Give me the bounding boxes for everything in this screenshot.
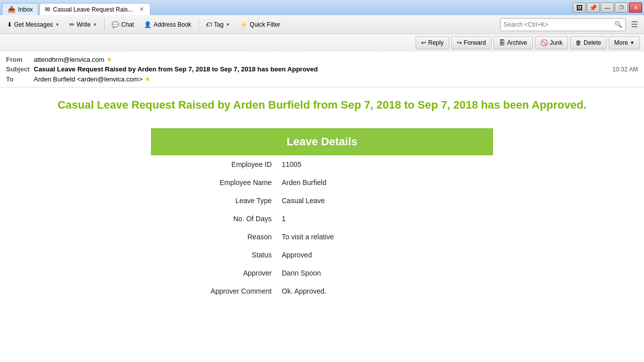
- to-star-icon: ★: [144, 75, 151, 83]
- archive-label: Archive: [507, 39, 527, 46]
- get-messages-label: Get Messages: [14, 21, 53, 28]
- leave-field-key: Employee ID: [151, 160, 282, 168]
- action-bar: ↩ Reply ↪ Forward 🗄 Archive 🚫 Junk 🗑 Del…: [0, 34, 644, 51]
- leave-field-row: Reason To visit a relative: [151, 228, 493, 246]
- window-controls: 🖼 📌 — ❐ ✕: [573, 3, 642, 13]
- leave-fields: Employee ID 11005 Employee Name Arden Bu…: [151, 155, 493, 300]
- toolbar-divider-2: [198, 19, 199, 31]
- chat-button[interactable]: 💬 Chat: [108, 18, 138, 32]
- close-button[interactable]: ✕: [629, 3, 642, 13]
- toolbar-divider-1: [104, 19, 105, 31]
- tab-email[interactable]: ✉ Casual Leave Request Rais... ✕: [39, 3, 150, 15]
- more-arrow-icon: ▼: [630, 40, 634, 45]
- more-button[interactable]: More ▼: [609, 36, 640, 49]
- restore-button[interactable]: ❐: [615, 3, 628, 13]
- leave-field-value: 11005: [282, 160, 493, 168]
- write-button[interactable]: ✏ Write ▼: [65, 18, 101, 32]
- leave-field-key: Status: [151, 251, 282, 259]
- leave-field-row: Status Approved: [151, 246, 493, 264]
- reply-label: Reply: [428, 39, 444, 46]
- more-label: More: [614, 39, 628, 46]
- email-header: From attendhrm@lenvica.com ★ Subject Cas…: [0, 51, 644, 87]
- leave-field-value: Casual Leave: [282, 197, 493, 205]
- junk-label: Junk: [550, 39, 562, 46]
- leave-field-row: Approver Dann Spoon: [151, 264, 493, 282]
- leave-field-row: Employee ID 11005: [151, 155, 493, 173]
- junk-icon: 🚫: [540, 39, 548, 46]
- write-icon: ✏: [69, 21, 74, 28]
- window-pin-button[interactable]: 📌: [587, 3, 600, 13]
- to-row: To Arden Burfield <arden@lenvica.com> ★: [6, 74, 638, 84]
- address-book-button[interactable]: 👤 Address Book: [140, 18, 195, 32]
- tag-button[interactable]: 🏷 Tag ▼: [202, 18, 234, 32]
- archive-icon: 🗄: [499, 39, 505, 46]
- email-body: Casual Leave Request Raised by Arden Bur…: [0, 87, 644, 362]
- forward-button[interactable]: ↪ Forward: [451, 36, 492, 49]
- leave-field-key: Reason: [151, 233, 282, 241]
- address-book-label: Address Book: [153, 21, 191, 28]
- subject-label: Subject: [6, 65, 34, 73]
- from-value: attendhrm@lenvica.com ★: [34, 55, 638, 63]
- quick-filter-icon: ⚡: [240, 21, 248, 28]
- window-icon-button[interactable]: 🖼: [573, 3, 586, 13]
- delete-button[interactable]: 🗑 Delete: [570, 36, 607, 49]
- forward-label: Forward: [464, 39, 486, 46]
- email-body-title: Casual Leave Request Raised by Arden Bur…: [20, 98, 624, 113]
- to-value: Arden Burfield <arden@lenvica.com> ★: [34, 75, 638, 83]
- leave-field-key: Approver: [151, 269, 282, 277]
- search-input[interactable]: [504, 21, 614, 28]
- tag-label: Tag: [214, 21, 223, 28]
- inbox-tab-icon: 📥: [8, 6, 16, 13]
- leave-field-row: Leave Type Casual Leave: [151, 192, 493, 210]
- leave-field-key: Approver Comment: [151, 287, 282, 295]
- get-messages-arrow-icon: ▼: [55, 22, 59, 27]
- main-content: From attendhrm@lenvica.com ★ Subject Cas…: [0, 51, 644, 362]
- forward-icon: ↪: [457, 39, 462, 46]
- leave-field-value: Approved: [282, 251, 493, 259]
- search-box[interactable]: 🔍: [500, 18, 626, 31]
- leave-table-header: Leave Details: [151, 128, 493, 155]
- leave-field-value: Dann Spoon: [282, 269, 493, 277]
- tab-close-button[interactable]: ✕: [138, 6, 145, 13]
- from-label: From: [6, 56, 34, 63]
- delete-label: Delete: [584, 39, 601, 46]
- title-bar: 📥 Inbox ✉ Casual Leave Request Rais... ✕…: [0, 0, 644, 15]
- to-label: To: [6, 75, 34, 83]
- subject-value: Casual Leave Request Raised by Arden fro…: [34, 65, 612, 73]
- subject-row: Subject Casual Leave Request Raised by A…: [6, 64, 638, 74]
- leave-field-row: Employee Name Arden Burfield: [151, 173, 493, 192]
- chat-icon: 💬: [112, 21, 119, 28]
- leave-field-row: Approver Comment Ok. Approved.: [151, 282, 493, 300]
- tab-inbox-label: Inbox: [18, 6, 33, 13]
- leave-field-value: Ok. Approved.: [282, 287, 493, 295]
- chat-label: Chat: [121, 21, 134, 28]
- minimize-button[interactable]: —: [601, 3, 614, 13]
- leave-field-value: 1: [282, 215, 493, 223]
- toolbar: ⬇ Get Messages ▼ ✏ Write ▼ 💬 Chat 👤 Addr…: [0, 15, 644, 34]
- leave-field-row: No. Of Days 1: [151, 210, 493, 228]
- tag-icon: 🏷: [206, 21, 212, 28]
- tab-inbox[interactable]: 📥 Inbox: [2, 3, 38, 15]
- reply-button[interactable]: ↩ Reply: [416, 36, 449, 49]
- leave-field-value: To visit a relative: [282, 233, 493, 241]
- tab-email-label: Casual Leave Request Rais...: [53, 6, 133, 13]
- leave-field-key: Leave Type: [151, 197, 282, 205]
- from-row: From attendhrm@lenvica.com ★: [6, 54, 638, 64]
- leave-field-key: No. Of Days: [151, 215, 282, 223]
- leave-field-key: Employee Name: [151, 178, 282, 187]
- delete-icon: 🗑: [576, 39, 582, 46]
- get-messages-button[interactable]: ⬇ Get Messages ▼: [3, 18, 63, 32]
- get-messages-icon: ⬇: [7, 21, 12, 28]
- leave-field-value: Arden Burfield: [282, 178, 493, 187]
- from-star-icon: ★: [106, 55, 113, 63]
- menu-icon-button[interactable]: ☰: [628, 18, 641, 31]
- write-arrow-icon: ▼: [93, 22, 97, 27]
- search-icon: 🔍: [614, 21, 622, 28]
- junk-button[interactable]: 🚫 Junk: [535, 36, 568, 49]
- reply-icon: ↩: [421, 39, 426, 46]
- address-book-icon: 👤: [144, 21, 151, 28]
- archive-button[interactable]: 🗄 Archive: [494, 36, 533, 49]
- quick-filter-button[interactable]: ⚡ Quick Filter: [236, 18, 284, 32]
- leave-details-table: Leave Details: [151, 128, 493, 155]
- tab-bar: 📥 Inbox ✉ Casual Leave Request Rais... ✕: [2, 0, 150, 15]
